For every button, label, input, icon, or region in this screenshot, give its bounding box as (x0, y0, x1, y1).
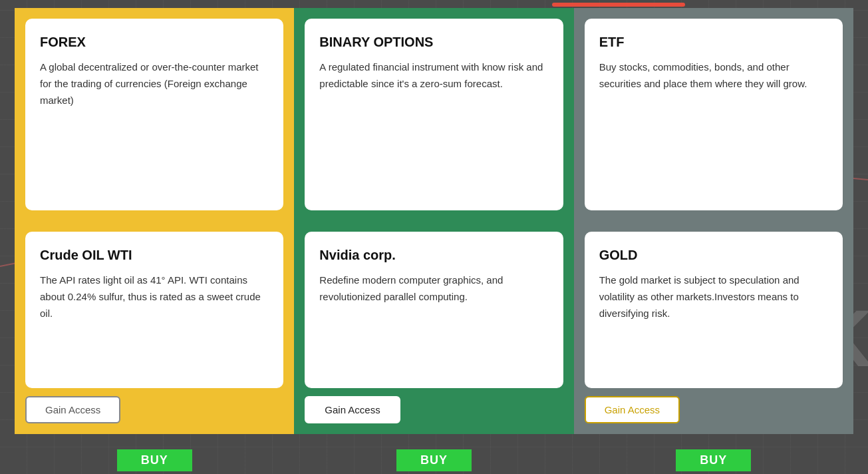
card-gold: GOLD The gold market is subject to specu… (585, 232, 843, 388)
card-binary-options: BINARY OPTIONS A regulated financial ins… (305, 19, 563, 210)
crude-oil-description: The API rates light oil as 41° API. WTI … (40, 272, 269, 322)
crude-oil-title: Crude OIL WTI (40, 248, 269, 263)
panel-gold: GOLD The gold market is subject to specu… (574, 221, 853, 434)
gold-title: GOLD (599, 248, 828, 263)
gold-description: The gold market is subject to speculatio… (599, 272, 828, 322)
etf-description: Buy stocks, commodities, bonds, and othe… (599, 59, 828, 93)
card-nvidia: Nvidia corp. Redefine modern computer gr… (305, 232, 563, 388)
nvidia-title: Nvidia corp. (319, 248, 548, 263)
card-crude-oil: Crude OIL WTI The API rates light oil as… (25, 232, 283, 388)
card-forex: FOREX A global decentralized or over-the… (25, 19, 283, 210)
nvidia-description: Redefine modern computer graphics, and r… (319, 272, 548, 306)
panel-forex: FOREX A global decentralized or over-the… (15, 8, 294, 221)
panel-crude-oil: Crude OIL WTI The API rates light oil as… (15, 221, 294, 434)
gain-access-button-crude-oil[interactable]: Gain Access (25, 396, 120, 423)
binary-options-title: BINARY OPTIONS (319, 35, 548, 50)
etf-title: ETF (599, 35, 828, 50)
svg-rect-0 (552, 3, 685, 7)
forex-title: FOREX (40, 35, 269, 50)
panel-nvidia: Nvidia corp. Redefine modern computer gr… (294, 221, 573, 434)
gain-access-button-gold[interactable]: Gain Access (585, 396, 680, 423)
forex-description: A global decentralized or over-the-count… (40, 59, 269, 109)
panel-binary-options: BINARY OPTIONS A regulated financial ins… (294, 8, 573, 221)
main-grid: FOREX A global decentralized or over-the… (15, 8, 853, 434)
gain-access-button-nvidia[interactable]: Gain Access (305, 396, 400, 423)
binary-options-description: A regulated financial instrument with kn… (319, 59, 548, 93)
panel-etf: ETF Buy stocks, commodities, bonds, and … (574, 8, 853, 221)
card-etf: ETF Buy stocks, commodities, bonds, and … (585, 19, 843, 210)
